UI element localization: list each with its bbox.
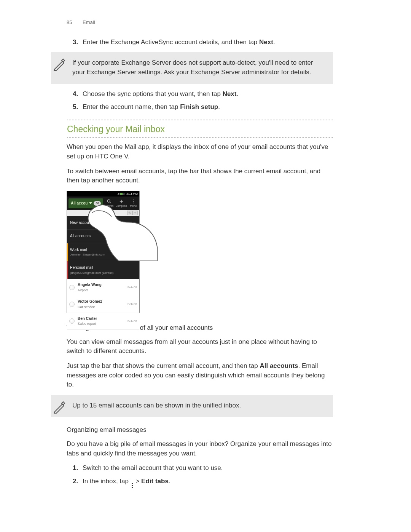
plus-icon — [119, 199, 124, 204]
paragraph: To switch between email accounts, tap th… — [67, 167, 333, 185]
note-box: Up to 15 email accounts can be shown in … — [51, 395, 333, 417]
pencil-icon — [53, 58, 66, 71]
tab-edit-icon[interactable]: ✎ — [127, 211, 132, 215]
menu-item-all-accounts[interactable]: All accounts — [67, 230, 139, 243]
step-list-c: 1. Switch to the email account that you … — [67, 463, 333, 488]
mail-row[interactable]: Angela Wang Airport Feb 08 — [67, 279, 139, 296]
section-name: Email — [83, 19, 95, 25]
unread-badge: 30 — [94, 201, 101, 206]
running-header: 85 Email — [67, 19, 333, 26]
paragraph: Just tap the bar that shows the current … — [67, 361, 333, 390]
account-dropdown[interactable]: All accou 30 — [68, 198, 103, 208]
step-list-a: 3. Enter the Exchange ActiveSync account… — [67, 38, 333, 47]
search-icon — [107, 199, 112, 204]
step-number: 2. — [73, 477, 83, 488]
paragraph: You can view email messages from all you… — [67, 337, 333, 356]
sub-heading: Organizing email messages — [67, 425, 333, 435]
step-item: 3. Enter the Exchange ActiveSync account… — [73, 38, 333, 47]
step-list-b: 4. Choose the sync options that you want… — [67, 89, 333, 112]
step-number: 5. — [73, 102, 83, 112]
menu-item-personal-mail[interactable]: Personal mail jsinger330@gmail.com (Defa… — [67, 261, 139, 279]
step-item: 2. In the inbox, tap > Edit tabs. — [73, 477, 333, 488]
note-box: If your corporate Exchange Server does n… — [51, 52, 333, 84]
chevron-down-icon — [89, 202, 92, 204]
pencil-icon — [53, 400, 66, 414]
status-bar: .ııl 2:11 PM — [67, 191, 139, 197]
svg-point-0 — [107, 200, 110, 202]
menu-dots-icon — [131, 199, 136, 204]
status-time: 2:11 PM — [126, 192, 138, 195]
note-text: Up to 15 email accounts can be shown in … — [72, 402, 241, 409]
embedded-phone-screenshot: .ııl 2:11 PM All accou 30 Search Compose… — [67, 191, 140, 313]
step-number: 1. — [73, 463, 83, 473]
step-item: 5. Enter the account name, then tap Fini… — [73, 102, 333, 112]
step-item: 1. Switch to the email account that you … — [73, 463, 333, 473]
paragraph: Do you have a big pile of email messages… — [67, 439, 333, 458]
app-top-bar: All accou 30 Search Compose Menu — [67, 197, 139, 210]
menu-button[interactable]: Menu — [127, 197, 139, 210]
avatar-icon — [69, 318, 75, 324]
step-text: Enter the account name, then tap Finish … — [83, 102, 333, 112]
step-text: Choose the sync options that you want, t… — [83, 89, 333, 99]
battery-icon — [120, 193, 124, 195]
tab-strip: ✎+ — [67, 210, 139, 216]
tab-add-icon[interactable]: + — [132, 211, 138, 215]
menu-item-work-mail[interactable]: Work mail Jennifer_Singer@htc.com — [67, 243, 139, 261]
compose-button[interactable]: Compose — [115, 197, 127, 210]
svg-point-4 — [133, 200, 134, 200]
page-number: 85 — [67, 19, 72, 25]
avatar-icon — [69, 285, 75, 290]
mail-row[interactable]: Victor Gomez Car service Feb 08 — [67, 296, 139, 313]
account-menu: New account All accounts Work mail Jenni… — [67, 216, 139, 279]
avatar-icon — [69, 302, 75, 307]
svg-point-6 — [133, 203, 134, 203]
svg-point-5 — [133, 201, 134, 202]
step-number: 4. — [73, 89, 83, 99]
search-button[interactable]: Search — [103, 197, 115, 210]
step-text: Enter the Exchange ActiveSync account de… — [83, 38, 333, 47]
paragraph: When you open the Mail app, it displays … — [67, 142, 333, 161]
menu-item-new-account[interactable]: New account — [67, 216, 139, 230]
step-text: In the inbox, tap > Edit tabs. — [83, 477, 333, 488]
mail-row[interactable]: Ben Carter Sales report Feb 08 — [67, 313, 139, 330]
menu-dots-icon — [132, 482, 133, 488]
svg-line-1 — [110, 202, 112, 203]
step-item: 4. Choose the sync options that you want… — [73, 89, 333, 99]
step-number: 3. — [73, 38, 83, 47]
step-text: Switch to the email account that you wan… — [83, 463, 333, 473]
note-text: If your corporate Exchange Server does n… — [72, 59, 313, 76]
section-heading: Checking your Mail inbox — [67, 120, 333, 138]
